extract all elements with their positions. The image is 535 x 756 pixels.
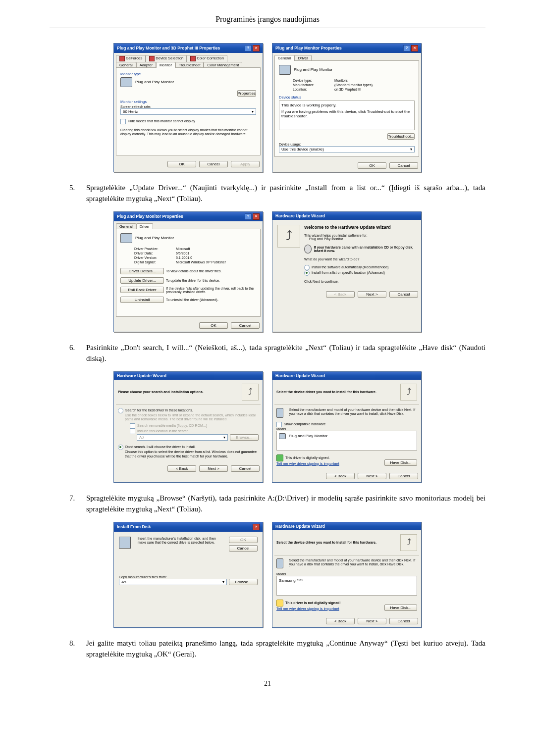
uninstall-button[interactable]: Uninstall [120, 297, 164, 303]
monitor-icon [279, 433, 286, 439]
copy-label: Copy manufacturer's files from: [119, 575, 258, 579]
click: Click Next to continue. [304, 280, 416, 283]
hr [50, 28, 485, 28]
chk-compat[interactable] [276, 422, 282, 427]
tab-driver[interactable]: Driver [136, 223, 153, 229]
status-box: This device is working properly. If you … [279, 101, 415, 130]
back-button[interactable]: < Back [326, 618, 355, 624]
nvidia-icon [149, 56, 155, 61]
cancel-button[interactable]: Cancel [229, 545, 258, 552]
apply-button[interactable]: Apply [231, 161, 260, 167]
next-button[interactable]: Next > [358, 291, 386, 298]
title: Plug and Play Monitor and 3D Prophet III… [117, 46, 220, 50]
lbl: Search removable media (floppy, CD-ROM..… [137, 424, 207, 428]
back-button[interactable]: < Back [326, 473, 355, 479]
list-item: Plug and Play Monitor [289, 434, 327, 438]
cancel-button[interactable]: Cancel [199, 161, 228, 167]
val: Monitors [334, 79, 415, 82]
help-icon[interactable]: ? [403, 45, 410, 51]
title: Hardware Update Wizard [117, 373, 166, 378]
warn-icon [276, 600, 283, 606]
have-disk-button[interactable]: Have Disk... [384, 605, 417, 611]
lbl: Include this location in the search: [137, 430, 189, 433]
val: Microsoft [176, 247, 256, 251]
close-icon[interactable]: × [253, 213, 260, 220]
monitor-icon [120, 77, 132, 87]
help-icon[interactable]: ? [245, 213, 252, 220]
nvidia-icon [190, 56, 196, 61]
step-8: 8. Jei galite matyti toliau pateiktą pra… [69, 638, 485, 660]
r-dont-search[interactable] [118, 445, 123, 450]
tab-devsel[interactable]: Device Selection [146, 55, 187, 62]
cancel-button[interactable]: Cancel [231, 465, 260, 472]
cancel-button[interactable]: Cancel [389, 291, 418, 298]
next-button[interactable]: Next > [199, 465, 228, 472]
sign-link[interactable]: Tell me why driver signing is important [276, 461, 339, 466]
dlg-wizard-options: Hardware Update Wizard Please choose you… [113, 371, 263, 483]
title: Hardware Update Wizard [275, 373, 325, 378]
step-5: 5. Spragtelėkite „Update Driver...“ (Nau… [69, 182, 485, 204]
q: What do you want the wizard to do? [304, 257, 416, 261]
title: Install From Disk [117, 524, 151, 529]
cancel-button[interactable]: Cancel [389, 473, 418, 479]
step-num: 7. [69, 493, 86, 515]
refresh-select[interactable]: 60 Hertz▾ [120, 108, 256, 115]
refresh-label: Screen refresh rate: [120, 105, 256, 108]
close-icon[interactable]: × [253, 45, 260, 51]
step-7: 7. Spragtelėkite mygtuką „Browse“ (Naršy… [69, 493, 485, 515]
cancel-button[interactable]: Cancel [389, 618, 418, 624]
monitor-icon [276, 408, 283, 418]
tab-geforce[interactable]: GeForce3 [116, 55, 146, 62]
troubleshoot-button[interactable]: Troubleshoot... [387, 133, 415, 140]
model-list[interactable]: Plug and Play Monitor [276, 431, 417, 451]
next-button[interactable]: Next > [358, 618, 386, 624]
wizard-icon: ⤴ [400, 534, 417, 551]
dlg-wizard-welcome: Hardware Update Wizard ⤴ Welcome to the … [272, 211, 422, 332]
help-icon[interactable]: ? [245, 45, 252, 51]
ok-button[interactable]: OK [167, 161, 196, 167]
update-driver-button[interactable]: Update Driver... [120, 277, 164, 284]
hide-desc: Clearing this check box allows you to se… [120, 128, 256, 137]
hide-label: Hide modes that this monitor cannot disp… [128, 119, 195, 123]
tab-monitor[interactable]: Monitor [156, 62, 175, 68]
desc: Choose this option to select the device … [118, 450, 259, 458]
r-auto[interactable] [304, 265, 310, 270]
rollback-button[interactable]: Roll Back Driver [120, 287, 164, 293]
chevron-down-icon: ▾ [410, 147, 412, 151]
r-list[interactable] [304, 270, 310, 276]
properties-button[interactable]: Properties [237, 90, 256, 97]
page-num: 21 [50, 680, 485, 688]
path-input[interactable]: A:\▾ [119, 579, 227, 585]
have-disk-button[interactable]: Have Disk... [384, 459, 417, 466]
txt: This wizard helps you install software f… [304, 234, 416, 237]
monitor-name: Plug and Play Monitor [135, 236, 174, 240]
close-icon[interactable]: × [411, 45, 418, 51]
model-list[interactable]: Samsung **** [276, 576, 417, 596]
chevron-down-icon: ▾ [252, 109, 254, 114]
next-button[interactable]: Next > [358, 473, 386, 479]
sign-link[interactable]: Tell me why driver signing is important [276, 606, 341, 611]
back-button[interactable]: < Back [326, 291, 355, 298]
usage-select[interactable]: Use this device (enable)▾ [279, 146, 415, 152]
ok-button[interactable]: OK [199, 322, 228, 329]
cancel-button[interactable]: Cancel [389, 162, 418, 169]
r-search[interactable] [118, 408, 123, 413]
cancel-button[interactable]: Cancel [231, 322, 260, 329]
row-3: Hardware Update Wizard Please choose you… [50, 371, 485, 483]
browse-button[interactable]: Browse... [229, 579, 258, 585]
disk-icon [119, 537, 131, 549]
heading: Please choose your search and installati… [118, 390, 204, 394]
hide-modes-check[interactable] [120, 119, 126, 124]
usage-label: Device usage: [279, 143, 415, 146]
ok-button[interactable]: OK [229, 537, 258, 543]
close-icon[interactable]: × [253, 524, 260, 530]
val: 5.1.2001.0 [176, 256, 256, 259]
tab-colorc[interactable]: Color Correction [187, 55, 227, 62]
desc: To update the driver for this device. [166, 279, 256, 282]
driver-details-button[interactable]: Driver Details... [120, 268, 164, 274]
back-button[interactable]: < Back [167, 465, 196, 472]
ok-button[interactable]: OK [358, 162, 386, 169]
desc: If the device fails after updating the d… [166, 287, 256, 294]
step-text: Pasirinkite „Don't search, I will...“ (N… [86, 342, 485, 364]
tab-general[interactable]: General [274, 55, 295, 61]
